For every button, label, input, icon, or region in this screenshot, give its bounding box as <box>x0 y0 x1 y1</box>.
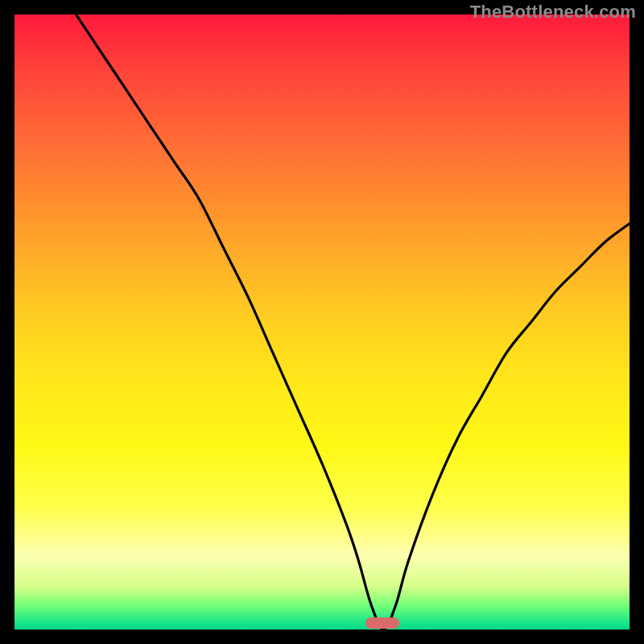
chart-container: TheBottleneck.com <box>0 0 644 644</box>
bottleneck-curve <box>14 14 630 630</box>
optimum-marker <box>365 617 399 629</box>
chart-plot-area <box>14 14 630 630</box>
watermark-text: TheBottleneck.com <box>470 2 636 23</box>
